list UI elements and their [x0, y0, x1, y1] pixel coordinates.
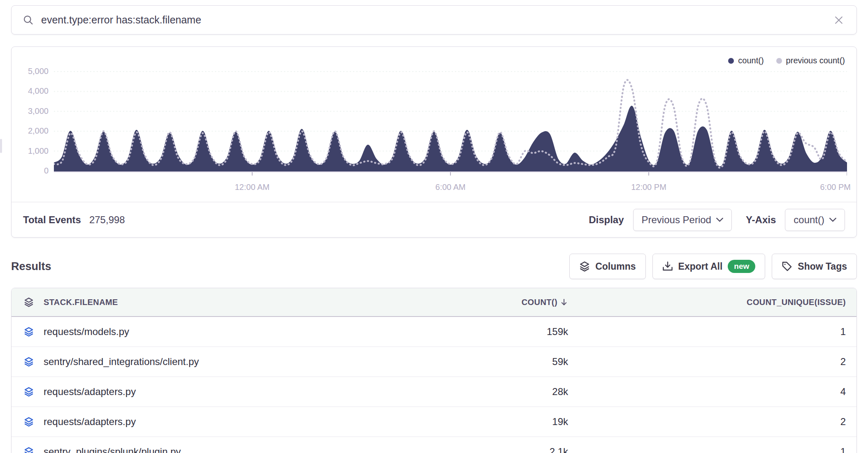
results-table: STACK.FILENAME COUNT() COUNT_UNIQUE(ISSU…: [11, 288, 857, 453]
x-axis-tick-label: 6:00 PM: [820, 183, 850, 192]
close-icon: [833, 15, 844, 25]
download-icon: [662, 261, 673, 272]
show-tags-button[interactable]: Show Tags: [772, 254, 857, 279]
count-unique-issue-cell: 1: [568, 326, 856, 337]
table-body: requests/models.py 159k 1 sentry/shared_…: [12, 317, 856, 453]
count-cell: 59k: [486, 356, 568, 367]
y-axis-dropdown[interactable]: count(): [785, 209, 845, 231]
search-icon: [22, 14, 35, 26]
chart-legend: count() previous count(): [728, 56, 845, 65]
events-area-chart[interactable]: [54, 65, 847, 176]
table-row: sentry_plugins/splunk/plugin.py 2.1k 1: [12, 437, 856, 453]
results-title: Results: [11, 260, 51, 273]
count-unique-issue-cell: 1: [568, 446, 856, 453]
layers-icon: [24, 357, 34, 367]
cell-actions-button[interactable]: [24, 357, 34, 367]
y-axis-tick-label: 0: [12, 166, 49, 176]
y-axis-tick-label: 3,000: [12, 106, 49, 116]
column-header-count-unique-issue[interactable]: COUNT_UNIQUE(ISSUE): [568, 298, 856, 307]
y-axis-dropdown-value: count(): [794, 214, 824, 226]
stack-filename-cell: sentry_plugins/splunk/plugin.py: [44, 446, 181, 453]
y-axis-tick-label: 4,000: [12, 86, 49, 96]
count-cell: 159k: [486, 326, 568, 337]
clipped-edge-artifact: [0, 139, 2, 153]
layers-icon: [579, 261, 590, 272]
total-events-value: 275,998: [89, 214, 125, 226]
column-header-stack-filename[interactable]: STACK.FILENAME: [12, 297, 486, 307]
show-tags-button-label: Show Tags: [798, 261, 847, 272]
count-cell: 2.1k: [486, 446, 568, 453]
table-header-row: STACK.FILENAME COUNT() COUNT_UNIQUE(ISSU…: [12, 288, 856, 317]
y-axis-tick-label: 5,000: [12, 67, 49, 76]
legend-label: previous count(): [786, 56, 845, 65]
results-header-row: Results Columns Export All new Sho: [11, 254, 857, 279]
count-unique-issue-cell: 2: [568, 416, 856, 428]
search-input[interactable]: [41, 14, 825, 26]
export-all-button-label: Export All: [678, 261, 723, 272]
search-bar[interactable]: [11, 5, 857, 35]
count-series-dot: [728, 58, 734, 64]
display-dropdown-value: Previous Period: [642, 214, 711, 226]
cell-actions-button[interactable]: [24, 417, 34, 427]
sort-desc-icon: [560, 298, 568, 306]
cell-actions-button[interactable]: [24, 387, 34, 397]
stack-filename-cell: requests/adapters.py: [44, 386, 136, 398]
column-header-count[interactable]: COUNT(): [486, 298, 568, 307]
count-cell: 19k: [486, 416, 568, 428]
legend-label: count(): [738, 56, 764, 65]
table-row: requests/models.py 159k 1: [12, 317, 856, 347]
chevron-down-icon: [716, 217, 723, 222]
layers-icon: [24, 447, 34, 453]
stack-filename-cell: requests/adapters.py: [44, 416, 136, 428]
column-header-label: COUNT(): [522, 298, 557, 307]
clear-search-button[interactable]: [832, 13, 846, 27]
layers-icon: [24, 297, 34, 307]
count-unique-issue-cell: 2: [568, 356, 856, 367]
display-dropdown[interactable]: Previous Period: [633, 209, 732, 231]
table-row: requests/adapters.py 19k 2: [12, 407, 856, 437]
stack-filename-cell: requests/models.py: [44, 326, 129, 337]
stack-filename-cell: sentry/shared_integrations/client.py: [44, 356, 199, 367]
chevron-down-icon: [829, 217, 836, 222]
legend-item-previous-count[interactable]: previous count(): [776, 56, 845, 65]
export-all-button[interactable]: Export All new: [652, 254, 766, 279]
layers-icon: [24, 327, 34, 337]
display-label: Display: [589, 214, 624, 226]
x-axis-tick-label: 6:00 AM: [435, 183, 465, 192]
x-axis-tick-label: 12:00 PM: [631, 183, 666, 192]
chart-footer: Total Events 275,998 Display Previous Pe…: [12, 202, 856, 237]
column-header-label: COUNT_UNIQUE(ISSUE): [747, 298, 846, 307]
layers-icon: [24, 417, 34, 427]
chart-x-axis: 12:00 AM6:00 AM12:00 PM6:00 PM: [54, 183, 847, 193]
total-events-label: Total Events: [23, 214, 81, 226]
x-axis-tick-label: 12:00 AM: [235, 183, 270, 192]
table-row: requests/adapters.py 28k 4: [12, 377, 856, 407]
columns-button-label: Columns: [595, 261, 636, 272]
y-axis-label: Y-Axis: [746, 214, 776, 226]
legend-item-count[interactable]: count(): [728, 56, 764, 65]
layers-icon: [24, 387, 34, 397]
previous-count-series-dot: [776, 58, 782, 64]
y-axis-tick-label: 1,000: [12, 146, 49, 156]
y-axis-tick-label: 2,000: [12, 126, 49, 136]
cell-actions-button[interactable]: [24, 447, 34, 453]
new-badge: new: [728, 260, 755, 273]
events-chart-panel: count() previous count() 01,0002,0003,00…: [11, 46, 857, 238]
cell-actions-button[interactable]: [24, 327, 34, 337]
count-unique-issue-cell: 4: [568, 386, 856, 398]
column-header-label: STACK.FILENAME: [44, 298, 118, 307]
table-row: sentry/shared_integrations/client.py 59k…: [12, 347, 856, 377]
count-cell: 28k: [486, 386, 568, 398]
columns-button[interactable]: Columns: [569, 254, 645, 279]
tag-icon: [782, 261, 792, 272]
